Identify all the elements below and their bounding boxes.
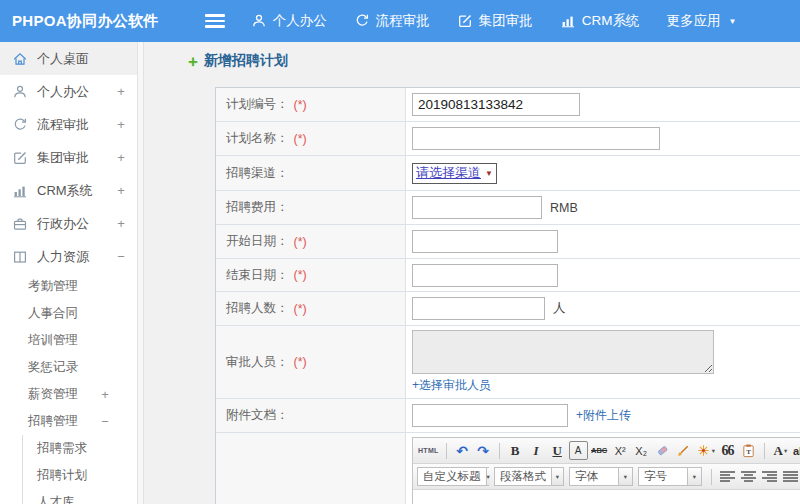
- sidebar-item-rewards[interactable]: 奖惩记录: [0, 354, 137, 381]
- sidebar-item-hr-contract[interactable]: 人事合同: [0, 300, 137, 327]
- edit-icon: [12, 150, 28, 166]
- form-row-attachment: 附件文档： +附件上传: [216, 399, 800, 433]
- expand-indicator[interactable]: +: [115, 84, 127, 99]
- sidebar-item-salary[interactable]: 薪资管理 +: [0, 381, 137, 408]
- select-approver-link[interactable]: +选择审批人员: [412, 377, 491, 394]
- eraser-icon[interactable]: [653, 441, 672, 460]
- format-painter-icon[interactable]: ▾: [695, 441, 716, 460]
- editor-toolbar-row1: HTML ↶ ↷ B I U A ABC X² X₂: [413, 438, 800, 464]
- hamburger-menu-icon[interactable]: [205, 14, 225, 28]
- highlight-color-button[interactable]: ab ▾: [792, 441, 800, 460]
- collapse-indicator[interactable]: −: [99, 414, 111, 429]
- form-row-end-date: 结束日期： (*): [216, 259, 800, 292]
- expand-indicator[interactable]: +: [115, 216, 127, 231]
- expand-indicator[interactable]: +: [99, 387, 111, 402]
- nav-item-group-approval[interactable]: 集团审批: [457, 12, 533, 30]
- font-size-select[interactable]: 字号 ▾: [638, 467, 702, 486]
- form-row-headcount: 招聘人数： (*) 人: [216, 292, 800, 326]
- font-color-button[interactable]: A ▾: [771, 441, 790, 460]
- caret-down-icon: ▾: [784, 447, 787, 455]
- italic-button[interactable]: I: [527, 441, 546, 460]
- collapse-indicator[interactable]: −: [115, 249, 127, 264]
- attachment-input[interactable]: [412, 404, 568, 427]
- align-right-icon[interactable]: [760, 467, 779, 486]
- nav-item-crm[interactable]: CRM系统: [560, 12, 640, 30]
- sidebar-item-hr[interactable]: 人力资源 −: [0, 240, 137, 273]
- label-text: 招聘费用：: [226, 199, 289, 216]
- sidebar-item-training[interactable]: 培训管理: [0, 327, 137, 354]
- plan-name-input[interactable]: [412, 127, 660, 150]
- channel-select[interactable]: 请选择渠道 ▼: [412, 163, 497, 184]
- nav-item-personal-office[interactable]: 个人办公: [251, 12, 327, 30]
- sidebar-item-personal-office[interactable]: 个人办公 +: [0, 75, 137, 108]
- sidebar-item-label: 奖惩记录: [28, 359, 78, 376]
- sidebar-item-workflow-approval[interactable]: 流程审批 +: [0, 108, 137, 141]
- sidebar-item-talent-pool[interactable]: 人才库: [23, 489, 137, 504]
- end-date-input[interactable]: [412, 264, 558, 287]
- sidebar-item-label: 人事合同: [28, 305, 78, 322]
- start-date-input[interactable]: [412, 230, 558, 253]
- label-text: 招聘人数：: [226, 300, 289, 317]
- field-label: 计划编号： (*): [216, 88, 406, 121]
- edit-icon: [457, 13, 473, 29]
- superscript-button[interactable]: X²: [611, 441, 630, 460]
- heading-select[interactable]: 自定义标题 ▾: [417, 467, 489, 486]
- field-label: 招聘人数： (*): [216, 292, 406, 325]
- form-row-plan-number: 计划编号： (*): [216, 88, 800, 122]
- chart-icon: [560, 13, 576, 29]
- nav-item-workflow-approval[interactable]: 流程审批: [354, 12, 430, 30]
- expand-indicator[interactable]: +: [115, 183, 127, 198]
- sidebar-item-recruit-plan[interactable]: 招聘计划: [23, 462, 137, 489]
- sidebar-item-recruit-mgmt[interactable]: 招聘管理 −: [0, 408, 137, 435]
- sidebar-item-admin-office[interactable]: 行政办公 +: [0, 207, 137, 240]
- required-marker: (*): [294, 302, 307, 316]
- field-label: 审批人员： (*): [216, 326, 406, 398]
- align-justify-icon[interactable]: [781, 467, 800, 486]
- char-style-button[interactable]: A: [569, 441, 588, 460]
- expand-indicator[interactable]: +: [115, 150, 127, 165]
- label-text: 审批人员：: [226, 354, 289, 371]
- unit-label: 人: [553, 300, 566, 317]
- fee-input[interactable]: [412, 196, 542, 219]
- strikethrough-button[interactable]: ABC: [590, 441, 609, 460]
- html-source-button[interactable]: HTML: [417, 441, 440, 460]
- headcount-input[interactable]: [412, 297, 545, 320]
- bold-button[interactable]: B: [506, 441, 525, 460]
- briefcase-icon: [12, 216, 28, 232]
- nav-item-more-apps[interactable]: 更多应用 ▼: [666, 12, 736, 30]
- approver-textarea[interactable]: [412, 330, 714, 374]
- sidebar-item-group-approval[interactable]: 集团审批 +: [0, 141, 137, 174]
- label-text: 计划名称：: [226, 130, 289, 147]
- upload-attachment-link[interactable]: +附件上传: [576, 407, 631, 424]
- font-family-select[interactable]: 字体 ▾: [569, 467, 633, 486]
- underline-button[interactable]: U: [548, 441, 567, 460]
- plan-number-input[interactable]: [412, 93, 580, 116]
- sidebar-item-label: 行政办公: [37, 215, 89, 233]
- sidebar-item-label: 人才库: [37, 494, 75, 504]
- align-center-icon[interactable]: [739, 467, 758, 486]
- field-label: 招聘费用：: [216, 191, 406, 224]
- editor-content-area[interactable]: [413, 490, 800, 504]
- align-left-icon[interactable]: [718, 467, 737, 486]
- sidebar-item-label: 人力资源: [37, 248, 89, 266]
- field-label: 计划名称： (*): [216, 122, 406, 155]
- nav-label: 个人办公: [273, 12, 327, 30]
- sidebar-item-recruit-demand[interactable]: 招聘需求: [23, 435, 137, 462]
- form-row-start-date: 开始日期： (*): [216, 225, 800, 259]
- paste-text-icon[interactable]: T: [739, 441, 758, 460]
- sidebar-item-personal-desktop[interactable]: 个人桌面: [0, 42, 137, 75]
- subscript-button[interactable]: X₂: [632, 441, 651, 460]
- field-label: 附件文档：: [216, 399, 406, 432]
- paragraph-format-select[interactable]: 段落格式 ▾: [494, 467, 564, 486]
- nav-label: CRM系统: [582, 12, 640, 30]
- sidebar-item-attendance[interactable]: 考勤管理: [0, 273, 137, 300]
- sidebar-scrollbar[interactable]: [137, 42, 144, 504]
- required-marker: (*): [294, 98, 307, 112]
- redo-icon[interactable]: ↷: [474, 441, 493, 460]
- undo-icon[interactable]: ↶: [453, 441, 472, 460]
- blockquote-button[interactable]: 66: [718, 441, 737, 460]
- label-text: 计划编号：: [226, 96, 289, 113]
- sidebar-item-crm[interactable]: CRM系统 +: [0, 174, 137, 207]
- expand-indicator[interactable]: +: [115, 117, 127, 132]
- brush-icon[interactable]: [674, 441, 693, 460]
